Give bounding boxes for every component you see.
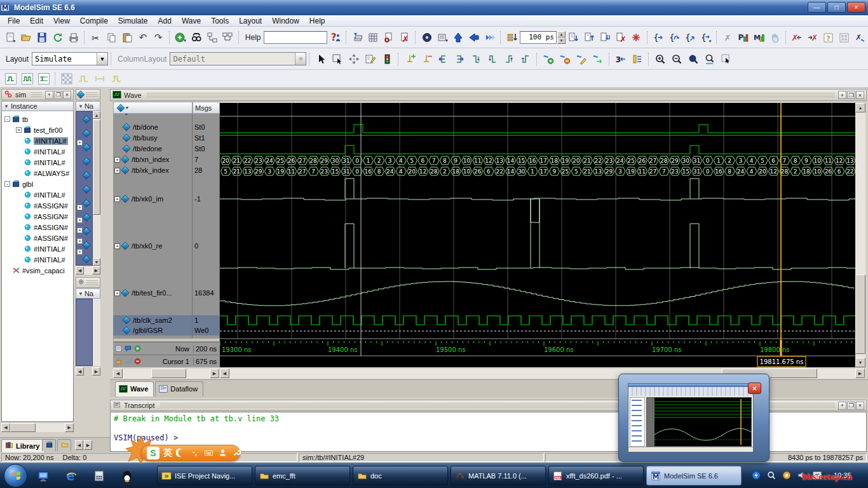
tray-thunder-icon[interactable] [751,470,763,482]
tree-item-assign[interactable]: #ASSIGN# [16,211,68,222]
simulate-button[interactable] [419,29,435,46]
signal-row-tb-xk-index[interactable]: +/tb/xk_index [113,165,192,175]
taskbar-button-matlab-7-11-0[interactable]: MATLAB 7.11.0 (... [451,466,546,485]
ime-toolbar[interactable]: S 英 ·, [141,445,240,461]
menu-wave[interactable]: Wave [177,15,206,27]
locals-hscrollbar[interactable]: ◀ ▶ [76,367,100,376]
arrow-up-button[interactable] [451,29,466,46]
objects-panel-header[interactable] [76,89,100,100]
signal-row-tb-clk-sam2[interactable]: /tb/clk_sam2 [113,315,192,325]
columnlayout-combobox[interactable]: Default≋ [170,52,306,65]
signal-row-tb-xk0-re[interactable]: +/tb/xk0_re [113,241,192,251]
tray-notify-icon[interactable] [782,470,793,482]
minus-red-icon[interactable] [133,357,142,366]
insert-bus-button[interactable] [36,71,52,87]
expand-icon[interactable]: + [77,140,83,146]
run-button[interactable] [566,29,581,46]
objects-list[interactable]: ++++++ [76,111,93,266]
objects-column-header[interactable]: ▼ Na [76,101,100,111]
quicklaunch-show-desktop-icon[interactable] [36,468,51,484]
taskbar-preview-popup[interactable]: × [618,374,770,462]
tree-item-initial[interactable]: #INITIAL# [16,189,65,200]
compile-button[interactable] [349,29,365,46]
expand-icon[interactable]: + [114,157,120,163]
step-button[interactable]: { [651,29,667,46]
edit-wave-button[interactable] [573,51,590,67]
expand-icon[interactable]: + [114,243,120,249]
sogou-logo-icon[interactable]: S [147,447,159,459]
panel-close-icon[interactable]: × [856,91,864,99]
pattern-fill-button[interactable] [58,71,75,87]
cut-button[interactable]: ✂ [88,29,104,46]
zoom-out-button[interactable] [668,51,685,67]
ime-moon-icon[interactable] [176,448,186,458]
tab-scroll-right-icon[interactable]: ▶ [84,440,92,450]
signal-diamond-icon[interactable] [82,157,90,165]
prev-falling-edge-button[interactable] [468,51,484,67]
help-search-button[interactable]: ? [327,29,343,46]
quicklaunch-internet-explorer-icon[interactable]: e [64,468,79,484]
check-box-button[interactable]: ? [821,29,837,46]
tree-item-initial[interactable]: #INITIAL# [16,157,65,168]
waveform-canvas[interactable]: 2021222324252627282930310123456789101112… [220,103,855,367]
break-button[interactable] [628,29,644,46]
expand-icon[interactable]: + [77,205,83,210]
delete-wave-button[interactable] [557,51,573,67]
next-falling-edge-button[interactable] [484,51,501,67]
menu-simulate[interactable]: Simulate [113,15,153,27]
fast-forward-button[interactable] [482,29,498,46]
zoom-mode-button[interactable] [329,51,346,67]
profile-performance-button[interactable]: P [736,29,752,46]
signal-row-tb-edone[interactable]: /tb/edone [113,144,192,154]
uncheck-left-button[interactable]: ✗ [789,29,805,46]
scroll-thumb[interactable] [10,423,36,432]
signal-row-tb-dv[interactable]: /tb/dv [113,114,192,116]
new-file-button[interactable]: ▾ [3,29,18,46]
stop-button[interactable]: ✗ [613,29,628,46]
start-button[interactable] [4,464,27,487]
signal-row-tb-xn-index[interactable]: +/tb/xn_index [113,154,192,165]
names-hscrollbar[interactable]: ◀ ▶ [113,369,220,379]
plus-green-icon[interactable] [133,344,142,353]
signal-diamond-icon[interactable] [82,171,90,179]
taskbar-button-modelsim-se-6-6[interactable]: MModelSim SE 6.6 [646,466,742,485]
tab-scroll-left-icon[interactable]: ◀ [75,440,83,450]
expand-icon[interactable]: + [114,196,120,202]
quicklaunch-calculator-icon[interactable] [92,468,107,484]
group-signals-button[interactable] [629,51,646,67]
wave-vscrollbar[interactable]: ▲ ▼ [855,103,865,367]
instance-tree[interactable]: -tb+test_fir00#INITIAL##INITIAL##INITIAL… [1,111,74,422]
wave-names-header[interactable]: ▾ [113,102,193,114]
delete-edge-button[interactable] [108,71,125,87]
ime-person-icon[interactable] [218,448,228,458]
quicklaunch-qq-icon[interactable] [119,468,135,484]
locals-vscrollbar[interactable] [93,299,100,366]
tab-dataflow[interactable]: Dataflow [155,381,203,396]
tree-item-initial[interactable]: #INITIAL# [16,135,68,146]
wave-msgs-header[interactable]: Msgs [193,102,220,114]
signal-diamond-icon[interactable] [82,129,90,137]
zoom-full-button[interactable] [685,51,702,67]
arrow-left-button[interactable] [466,29,482,46]
sim-panel-header[interactable]: sim + ❒ × [1,89,74,100]
run-length-spinner[interactable]: ▲▼ [557,31,566,44]
signal-diamond-icon[interactable] [82,199,90,207]
signal-diamond-icon[interactable] [82,227,90,235]
skip-button[interactable]: ✗ [720,29,736,46]
tree-item-assign[interactable]: #ASSIGN# [16,222,68,233]
signal-diamond-icon[interactable] [82,115,90,123]
scroll-mode-button[interactable] [346,51,362,67]
locals-list[interactable] [76,299,93,366]
menu-compile[interactable]: Compile [75,15,113,27]
undo-button[interactable]: ↶ [135,29,151,46]
run-length-input[interactable] [520,31,557,44]
print-button[interactable] [65,29,81,46]
paste-button[interactable] [119,29,135,46]
delete-cursor-button[interactable]: − [418,51,435,67]
zoom-cursor-button[interactable] [702,51,718,67]
compile-clear-button[interactable]: ✗ [397,29,413,46]
signal-row-tb-xk0-im[interactable]: +/tb/xk0_im [113,194,192,204]
taskbar-button-xfft-ds260-pdf[interactable]: PDFxfft_ds260.pdf - ... [548,466,644,485]
expand-icon[interactable]: + [16,127,22,133]
drag-handle[interactable] [86,280,98,285]
